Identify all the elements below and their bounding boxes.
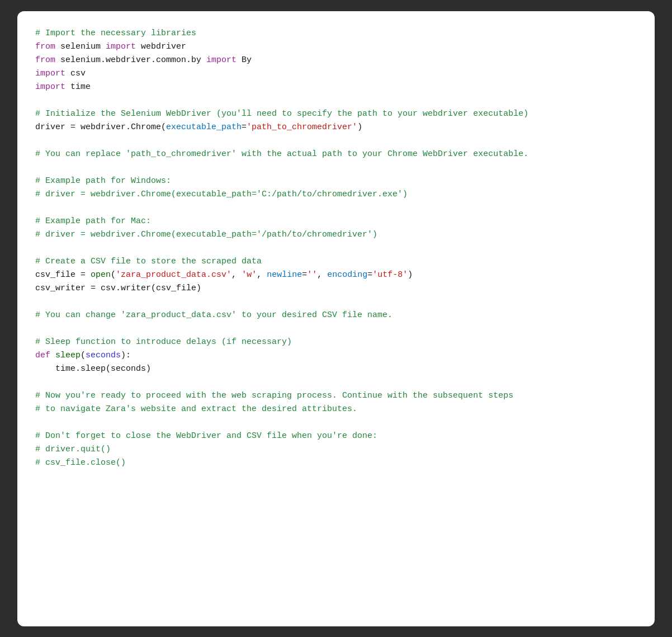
code-line [35, 161, 637, 174]
code-token [50, 351, 55, 360]
code-line: # driver = webdriver.Chrome(executable_p… [35, 228, 637, 242]
code-line: import time [35, 81, 637, 94]
code-token: # Import the necessary libraries [35, 29, 196, 38]
code-line [35, 94, 637, 107]
code-token: selenium.webdriver.common.by [55, 55, 206, 65]
code-line [35, 322, 637, 336]
code-token: 'utf-8' [372, 270, 408, 280]
code-token: import [106, 42, 136, 51]
code-token: = [242, 122, 247, 132]
code-line [35, 295, 637, 309]
code-token: import [35, 82, 65, 92]
code-token: sleep [55, 351, 81, 360]
code-token: ( [81, 351, 86, 360]
code-token: # to navigate Zara's website and extract… [35, 404, 357, 414]
code-token: # Example path for Mac: [35, 216, 151, 226]
code-token: 'path_to_chromedriver' [247, 122, 357, 132]
code-token: # Don't forget to close the WebDriver an… [35, 431, 377, 441]
code-token: csv [65, 69, 86, 78]
code-token: = [367, 270, 372, 280]
code-token: # csv_file.close() [35, 458, 126, 468]
code-token: newline [267, 270, 302, 280]
code-token: from [35, 42, 55, 51]
code-line: # csv_file.close() [35, 456, 637, 470]
code-token: # Example path for Windows: [35, 176, 171, 186]
code-line [35, 376, 637, 389]
code-token: ): [121, 351, 131, 360]
code-token: 'zara_product_data.csv' [116, 270, 231, 280]
code-token: ) [357, 122, 362, 132]
code-token: csv_file = [35, 270, 91, 280]
code-token: seconds [86, 351, 121, 360]
code-line: # Import the necessary libraries [35, 27, 637, 40]
code-token: # You can change 'zara_product_data.csv'… [35, 310, 392, 320]
code-line: csv_file = open('zara_product_data.csv',… [35, 268, 637, 282]
code-token: encoding [327, 270, 367, 280]
code-token: By [236, 55, 252, 65]
code-line: time.sleep(seconds) [35, 362, 637, 376]
code-token: import [35, 69, 65, 78]
code-line: # driver = webdriver.Chrome(executable_p… [35, 188, 637, 201]
code-line: # Create a CSV file to store the scraped… [35, 255, 637, 268]
code-token: , [257, 270, 267, 280]
code-token: ( [111, 270, 116, 280]
code-line [35, 134, 637, 148]
code-token: driver = webdriver.Chrome( [35, 122, 166, 132]
code-token: = [302, 270, 307, 280]
code-token: # Create a CSV file to store the scraped… [35, 257, 262, 266]
code-token: time.sleep(seconds) [35, 364, 151, 374]
code-token: def [35, 351, 50, 360]
code-line: # Don't forget to close the WebDriver an… [35, 430, 637, 443]
code-token: # Initialize the Selenium WebDriver (you… [35, 109, 528, 119]
code-token: import [206, 55, 236, 65]
code-line: from selenium import webdriver [35, 40, 637, 54]
code-line: # You can replace 'path_to_chromedriver'… [35, 148, 637, 161]
code-line: # Initialize the Selenium WebDriver (you… [35, 107, 637, 121]
code-token: , [231, 270, 242, 280]
code-token: # driver = webdriver.Chrome(executable_p… [35, 230, 377, 239]
code-line: # You can change 'zara_product_data.csv'… [35, 309, 637, 322]
code-line: # Now you're ready to proceed with the w… [35, 389, 637, 403]
code-line: # to navigate Zara's website and extract… [35, 403, 637, 416]
code-container: # Import the necessary librariesfrom sel… [17, 11, 655, 626]
code-token: csv_writer = csv.writer(csv_file) [35, 284, 201, 293]
code-token: , [317, 270, 327, 280]
code-token: executable_path [166, 122, 242, 132]
code-token: # Now you're ready to proceed with the w… [35, 391, 513, 400]
code-block: # Import the necessary librariesfrom sel… [35, 27, 637, 470]
code-line [35, 416, 637, 430]
code-line: # Example path for Mac: [35, 215, 637, 228]
code-token: from [35, 55, 55, 65]
code-line: # driver.quit() [35, 443, 637, 456]
code-line: from selenium.webdriver.common.by import… [35, 54, 637, 67]
code-line: driver = webdriver.Chrome(executable_pat… [35, 121, 637, 134]
code-line: import csv [35, 67, 637, 81]
code-token: open [91, 270, 111, 280]
code-token: ) [408, 270, 413, 280]
code-line [35, 201, 637, 215]
code-token: # You can replace 'path_to_chromedriver'… [35, 149, 528, 159]
code-token: # driver.quit() [35, 445, 111, 454]
code-line: csv_writer = csv.writer(csv_file) [35, 282, 637, 295]
code-token: webdriver [136, 42, 186, 51]
code-token: '' [307, 270, 317, 280]
code-token: selenium [55, 42, 106, 51]
code-line: # Sleep function to introduce delays (if… [35, 336, 637, 349]
code-line: # Example path for Windows: [35, 174, 637, 188]
code-token: # Sleep function to introduce delays (if… [35, 337, 292, 347]
code-token: time [65, 82, 91, 92]
code-token: # driver = webdriver.Chrome(executable_p… [35, 190, 408, 199]
code-token: 'w' [242, 270, 257, 280]
code-line: def sleep(seconds): [35, 349, 637, 362]
code-line [35, 242, 637, 255]
